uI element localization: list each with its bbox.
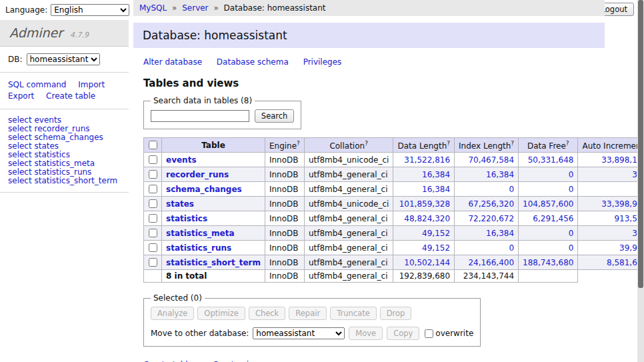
data-free-link[interactable]: 6,291,456 [533,214,573,223]
privileges-link[interactable]: Privileges [303,57,342,67]
row-checkbox[interactable] [149,199,157,208]
index-length-link[interactable]: 70,467,584 [468,155,514,165]
select-all-cell [144,138,162,153]
selected-fieldset: Selected (0) Analyze Optimize Check Repa… [143,293,481,347]
sidebar-select-statistics[interactable]: select statistics [8,150,70,159]
auto-increment-cell: 913,577 [578,211,644,226]
index-length-link[interactable]: 16,384 [486,170,514,179]
data-length-link[interactable]: 16,384 [422,170,450,179]
sidebar-select-states[interactable]: select states [8,141,59,151]
data-length-link[interactable]: 49,152 [422,243,450,253]
sidebar-select-statistics-meta[interactable]: select statistics_meta [8,159,95,168]
repair-button[interactable]: Repair [289,307,327,320]
index-length-link[interactable]: 16,384 [486,229,514,238]
copy-button[interactable]: Copy [387,327,419,340]
sidebar-select-schema-changes[interactable]: select schema_changes [8,133,103,142]
auto-increment-cell: 6 [578,182,644,197]
sidebar-item-create-table[interactable]: Create table [46,91,95,101]
vertical-scrollbar[interactable] [637,0,644,362]
selected-actions: Analyze Optimize Check Repair Truncate D… [151,307,473,320]
index-length-link[interactable]: 67,256,320 [468,199,514,209]
data-free-link[interactable]: 188,743,680 [523,258,573,267]
menu-row: SQL command Import [8,79,121,91]
row-checkbox[interactable] [149,214,157,223]
data-length-link[interactable]: 48,824,320 [404,214,450,223]
total-row: 8 in total InnoDB utf8mb4_general_ci 192… [144,270,644,283]
table-name-link[interactable]: statistics_runs [166,243,231,253]
engine-cell: InnoDB [265,197,304,211]
engine-cell: InnoDB [265,167,304,182]
data-length-cell: 48,824,320 [393,211,455,226]
breadcrumb-separator: » [172,3,177,13]
engine-cell: InnoDB [265,211,304,226]
move-button[interactable]: Move [349,327,383,340]
menu-row: Export Create table [8,91,121,102]
search-input[interactable] [151,110,249,122]
sidebar-select-statistics-runs[interactable]: select statistics_runs [8,167,91,177]
col-header-data-free: Data Free? [519,138,578,153]
table-name-link[interactable]: events [166,155,197,165]
adminer-home-link[interactable]: Adminer [9,25,63,40]
analyze-button[interactable]: Analyze [151,307,194,320]
row-select-cell [144,226,162,241]
index-length-link[interactable]: 0 [509,243,514,253]
row-checkbox[interactable] [149,229,157,237]
breadcrumb-server-link[interactable]: Server [182,3,208,13]
sidebar-item-sql-command[interactable]: SQL command [8,80,66,89]
database-schema-link[interactable]: Database schema [217,57,289,67]
breadcrumb-mysql-link[interactable]: MySQL [139,3,167,13]
move-db-select[interactable]: homeassistant [253,327,345,339]
data-length-link[interactable]: 10,502,144 [404,258,450,267]
table-name-link[interactable]: statistics [166,214,207,223]
sidebar-table-list: select events select recorder_runs selec… [0,109,129,193]
data-length-link[interactable]: 49,152 [422,229,450,238]
table-name-link[interactable]: states [166,199,194,209]
sidebar-item-import[interactable]: Import [78,80,105,89]
engine-cell: InnoDB [265,241,304,255]
data-length-link[interactable]: 16,384 [422,185,450,194]
row-checkbox[interactable] [149,243,157,252]
optimize-button[interactable]: Optimize [197,307,245,320]
index-length-link[interactable]: 72,220,672 [468,214,514,223]
check-button[interactable]: Check [249,307,285,320]
row-checkbox[interactable] [149,155,157,164]
select-all-checkbox[interactable] [149,141,157,149]
index-length-cell: 0 [455,241,519,255]
search-button[interactable]: Search [255,109,295,123]
language-select[interactable]: English [51,4,129,16]
truncate-button[interactable]: Truncate [330,307,377,320]
sidebar-select-statistics-short-term[interactable]: select statistics_short_term [8,176,117,185]
data-length-link[interactable]: 101,859,328 [399,199,450,209]
col-header-label: Engine [269,141,297,151]
data-length-link[interactable]: 31,522,816 [404,155,450,165]
data-free-link[interactable]: 0 [569,229,574,238]
alter-database-link[interactable]: Alter database [143,57,202,67]
table-head: Table Engine? Collation? Data Length? In… [144,138,644,153]
scrollbar-thumb[interactable] [638,0,643,288]
table-name-link[interactable]: statistics_meta [166,229,235,238]
data-free-link[interactable]: 0 [569,243,574,253]
breadcrumb-current: Database: homeassistant [224,3,326,13]
adminer-page: Language: English Logout Adminer 4.7.9 D… [0,0,644,362]
sidebar-select-events[interactable]: select events [8,115,61,125]
sidebar-select-recorder-runs[interactable]: select recorder_runs [8,124,90,133]
table-name-link[interactable]: statistics_short_term [166,258,261,267]
sidebar-item-export[interactable]: Export [8,91,34,101]
row-checkbox[interactable] [149,170,157,179]
data-free-link[interactable]: 0 [569,170,574,179]
index-length-link[interactable]: 0 [509,185,514,194]
drop-button[interactable]: Drop [380,307,412,320]
index-length-link[interactable]: 24,166,400 [468,258,514,267]
engine-cell: InnoDB [265,182,304,197]
db-select[interactable]: homeassistant [27,53,100,65]
data-free-link[interactable]: 104,857,600 [523,199,573,209]
data-free-link[interactable]: 0 [569,185,574,194]
table-name-link[interactable]: recorder_runs [166,170,229,179]
overwrite-checkbox[interactable] [425,329,433,338]
row-checkbox[interactable] [149,185,157,193]
data-free-link[interactable]: 50,331,648 [528,155,574,165]
collation-cell: utf8mb4_general_ci [304,255,393,270]
table-name-link[interactable]: schema_changes [166,185,242,194]
row-checkbox[interactable] [149,258,157,267]
row-select-cell [144,182,162,197]
